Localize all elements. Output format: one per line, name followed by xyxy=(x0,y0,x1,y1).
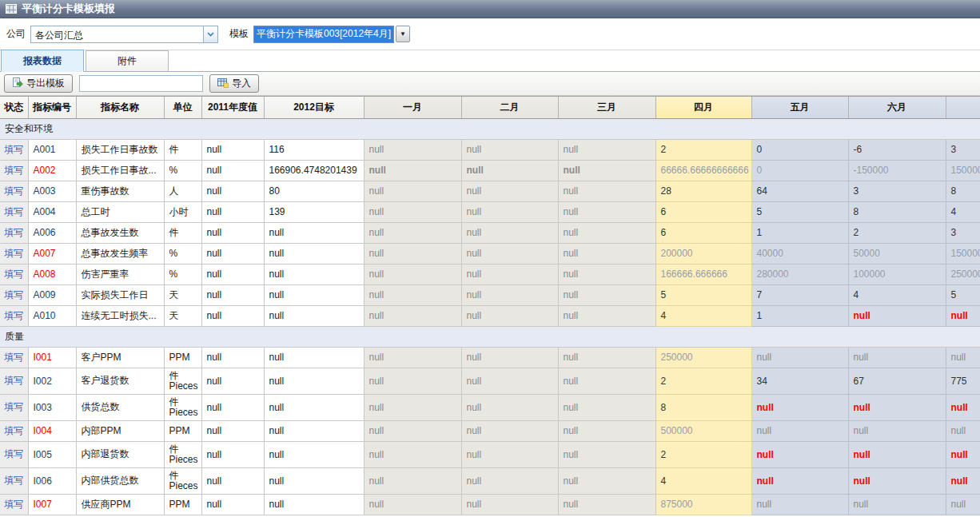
indicator-name: 内部供货总数 xyxy=(76,467,164,494)
fill-link[interactable]: 填写 xyxy=(4,475,23,486)
page-title: 平衡计分卡模板填报 xyxy=(22,2,115,16)
fill-link[interactable]: 填写 xyxy=(4,352,23,363)
column-header-code[interactable]: 指标编号 xyxy=(28,97,76,118)
month-value-mar: null xyxy=(558,160,655,181)
group-row: 质量 xyxy=(0,326,980,347)
column-header-may[interactable]: 五月 xyxy=(751,97,848,118)
fill-link[interactable]: 填写 xyxy=(4,401,23,412)
indicator-row: 填写A001损失工作日事故数件null116nullnullnull20-63 xyxy=(0,139,980,160)
indicator-unit: 小时 xyxy=(164,201,201,222)
fill-link[interactable]: 填写 xyxy=(4,144,23,155)
column-header-jun[interactable]: 六月 xyxy=(848,97,946,118)
fill-link[interactable]: 填写 xyxy=(4,227,23,238)
month-value-apr: 66666.66666666666 xyxy=(655,160,751,181)
indicator-name: 重伤事故数 xyxy=(76,181,164,201)
status-cell: 填写 xyxy=(0,467,28,494)
column-header-feb[interactable]: 二月 xyxy=(461,97,558,118)
indicator-unit: 件 xyxy=(164,222,201,243)
month-value-jun: 3 xyxy=(848,181,946,201)
indicator-row: 填写A009实际损失工作日天nullnullnullnullnull5745 xyxy=(0,284,980,305)
month-value-may: 40000 xyxy=(751,243,848,264)
month-value-may: 64 xyxy=(751,181,848,201)
column-header-jan[interactable]: 一月 xyxy=(364,97,461,118)
month-value-apr: 2 xyxy=(655,139,751,160)
month-value-jul: 3 xyxy=(946,222,980,243)
fill-link[interactable]: 填写 xyxy=(4,425,23,436)
chevron-down-icon[interactable] xyxy=(203,26,217,42)
fill-link[interactable]: 填写 xyxy=(4,185,23,197)
value-2011: null xyxy=(201,441,264,467)
month-value-jan: null xyxy=(364,368,461,394)
indicator-row: 填写A006总事故发生数件nullnullnullnullnull6123 xyxy=(0,222,980,243)
column-header-mar[interactable]: 三月 xyxy=(558,97,655,118)
indicator-unit: PPM xyxy=(164,347,201,368)
import-button[interactable]: 导入 xyxy=(209,74,259,93)
month-value-mar: null xyxy=(558,139,655,160)
grid-panel-icon xyxy=(6,4,17,14)
fill-link[interactable]: 填写 xyxy=(4,268,23,280)
company-combobox[interactable]: 各公司汇总 xyxy=(30,26,218,43)
target-2012: null xyxy=(264,494,364,515)
column-header-y2011[interactable]: 2011年度值 xyxy=(201,97,264,118)
fill-link[interactable]: 填写 xyxy=(4,499,23,510)
indicator-row: 填写A007总事故发生频率%nullnullnullnullnull200000… xyxy=(0,243,980,264)
value-2011: null xyxy=(201,181,264,201)
tab-report-data[interactable]: 报表数据 xyxy=(1,50,84,72)
month-value-mar: null xyxy=(558,181,655,201)
status-cell: 填写 xyxy=(0,284,28,305)
month-value-jun: null xyxy=(848,305,946,326)
indicator-code: I004 xyxy=(28,420,76,441)
month-value-feb: null xyxy=(461,264,558,284)
status-cell: 填写 xyxy=(0,243,28,264)
month-value-jun: 8 xyxy=(848,201,946,222)
month-value-mar: null xyxy=(558,441,655,467)
month-value-may: 5 xyxy=(751,201,848,222)
indicator-code: I002 xyxy=(28,368,76,394)
month-value-jan: null xyxy=(364,181,461,201)
column-header-status[interactable]: 状态 xyxy=(0,97,28,118)
indicator-row: 填写I001客户PPMPPMnullnullnullnullnull250000… xyxy=(0,347,980,368)
month-value-jan: null xyxy=(364,201,461,222)
indicator-code: I007 xyxy=(28,494,76,515)
month-value-may: 0 xyxy=(751,160,848,181)
column-header-name[interactable]: 指标名称 xyxy=(76,97,164,118)
month-value-jan: null xyxy=(364,160,461,181)
export-template-button[interactable]: 导出模板 xyxy=(4,74,73,93)
fill-link[interactable]: 填写 xyxy=(4,165,23,176)
month-value-apr: 28 xyxy=(655,181,751,201)
month-value-feb: null xyxy=(461,222,558,243)
tab-attachments[interactable]: 附件 xyxy=(86,50,169,71)
column-header-unit[interactable]: 单位 xyxy=(164,97,201,118)
indicator-name: 连续无工时损失... xyxy=(76,305,164,326)
month-value-jun: null xyxy=(848,494,946,515)
month-value-may: 1 xyxy=(751,222,848,243)
indicator-name: 总事故发生频率 xyxy=(76,243,164,264)
title-bar: 平衡计分卡模板填报 xyxy=(0,0,980,18)
month-value-jan: null xyxy=(364,420,461,441)
fill-link[interactable]: 填写 xyxy=(4,375,23,386)
fill-link[interactable]: 填写 xyxy=(4,310,23,321)
month-value-jan: null xyxy=(364,284,461,305)
fill-link[interactable]: 填写 xyxy=(4,206,23,217)
column-header-jul[interactable] xyxy=(946,97,980,118)
value-2011: null xyxy=(201,139,264,160)
fill-link[interactable]: 填写 xyxy=(4,248,23,259)
month-value-jan: null xyxy=(364,494,461,515)
status-cell: 填写 xyxy=(0,305,28,326)
indicator-row: 填写A003重伤事故数人null80nullnullnull286438 xyxy=(0,181,980,201)
fill-link[interactable]: 填写 xyxy=(4,289,23,300)
value-2011: null xyxy=(201,305,264,326)
template-select[interactable]: 平衡计分卡模板003[2012年4月] ▼ xyxy=(253,26,410,43)
indicator-code: A010 xyxy=(28,305,76,326)
month-value-jan: null xyxy=(364,222,461,243)
import-file-input[interactable] xyxy=(79,75,203,92)
dropdown-arrow-icon[interactable]: ▼ xyxy=(396,26,410,42)
fill-link[interactable]: 填写 xyxy=(4,448,23,459)
column-header-target2012[interactable]: 2012目标 xyxy=(264,97,364,118)
indicator-unit: % xyxy=(164,264,201,284)
month-value-jan: null xyxy=(364,264,461,284)
month-value-jan: null xyxy=(364,139,461,160)
indicator-code: I001 xyxy=(28,347,76,368)
column-header-apr[interactable]: 四月 xyxy=(655,97,751,118)
indicator-unit: 天 xyxy=(164,284,201,305)
